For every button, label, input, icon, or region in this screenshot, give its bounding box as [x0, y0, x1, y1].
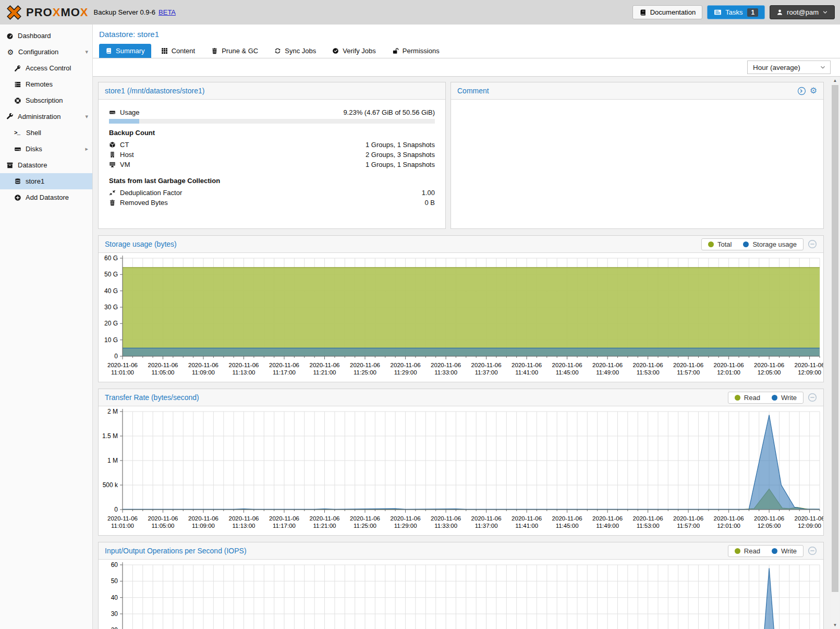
svg-text:50: 50 — [111, 577, 118, 585]
svg-text:2020-11-06: 2020-11-06 — [673, 515, 703, 522]
svg-text:11:25:00: 11:25:00 — [354, 369, 376, 376]
plus-circle-icon — [14, 194, 21, 201]
legend-item-write[interactable]: Write — [772, 547, 797, 555]
proxmox-logo-icon — [5, 5, 23, 20]
svg-text:11:41:00: 11:41:00 — [515, 369, 538, 376]
chevron-right-circle-icon[interactable] — [797, 87, 806, 95]
tab-sync-jobs[interactable]: Sync Jobs — [268, 44, 322, 58]
svg-text:12:09:00: 12:09:00 — [798, 523, 821, 529]
sidebar-item-administration[interactable]: Administration ▾ — [0, 108, 92, 125]
svg-text:30 G: 30 G — [104, 304, 118, 311]
scroll-up-arrow[interactable]: ▲ — [831, 77, 839, 84]
sidebar-item-configuration[interactable]: ⚙ Configuration ▾ — [0, 44, 92, 60]
terminal-icon: >_ — [14, 130, 22, 136]
sidebar-item-dashboard[interactable]: Dashboard — [0, 28, 92, 44]
wrench-icon — [6, 113, 14, 120]
sidebar-item-subscription[interactable]: Subscription — [0, 92, 92, 108]
top-header: PROXMOX Backup Server 0.9-6 BETA Documen… — [0, 0, 840, 25]
svg-text:11:05:00: 11:05:00 — [152, 523, 175, 529]
gears-icon: ⚙ — [6, 49, 15, 56]
collapse-icon[interactable]: ▾ — [85, 113, 88, 120]
comment-panel: Comment ⚙ — [451, 82, 824, 229]
backup-count-row-host: Host 2 Groups, 3 Snapshots — [109, 150, 435, 160]
archive-box-icon — [6, 162, 14, 169]
svg-text:2020-11-06: 2020-11-06 — [431, 362, 461, 368]
beta-link[interactable]: BETA — [159, 8, 176, 16]
svg-text:2020-11-06: 2020-11-06 — [795, 362, 823, 368]
backup-count-heading: Backup Count — [109, 129, 435, 137]
unlock-icon — [392, 47, 399, 54]
page-title: Datastore: store1 — [99, 30, 159, 39]
minus-circle-icon[interactable] — [808, 393, 817, 402]
expand-icon[interactable]: ▸ — [85, 146, 88, 152]
vertical-scrollbar[interactable]: ▲ ▼ — [831, 77, 839, 629]
sidebar-item-remotes[interactable]: Remotes — [0, 76, 92, 92]
tab-permissions[interactable]: Permissions — [386, 44, 446, 58]
svg-text:500 k: 500 k — [103, 481, 118, 489]
chevron-down-icon — [822, 9, 828, 15]
svg-text:11:33:00: 11:33:00 — [434, 523, 457, 529]
svg-text:60: 60 — [111, 561, 118, 568]
collapse-icon[interactable]: ▾ — [85, 49, 88, 55]
scroll-down-arrow[interactable]: ▼ — [831, 621, 839, 629]
legend-item-read[interactable]: Read — [735, 394, 760, 402]
tab-summary[interactable]: Summary — [99, 44, 151, 58]
svg-text:11:01:00: 11:01:00 — [111, 523, 134, 529]
svg-text:20: 20 — [111, 626, 118, 629]
building-icon — [109, 151, 116, 158]
svg-text:20 G: 20 G — [104, 320, 118, 327]
svg-text:12:05:00: 12:05:00 — [758, 523, 781, 529]
proxmox-backup-app: PROXMOX Backup Server 0.9-6 BETA Documen… — [0, 0, 840, 629]
legend-item-write[interactable]: Write — [772, 394, 797, 402]
sidebar-item-access-control[interactable]: Access Control — [0, 60, 92, 76]
svg-text:11:53:00: 11:53:00 — [637, 369, 660, 376]
sidebar-item-shell[interactable]: >_ Shell — [0, 125, 92, 141]
legend-dot — [772, 548, 777, 554]
panel-title: store1 (/mnt/datastores/store1) — [105, 87, 204, 95]
documentation-button[interactable]: Documentation — [632, 5, 702, 19]
svg-text:0: 0 — [114, 506, 118, 513]
svg-text:11:37:00: 11:37:00 — [475, 369, 498, 376]
tab-verify-jobs[interactable]: Verify Jobs — [326, 44, 382, 58]
book-icon — [105, 47, 112, 54]
legend-dot — [708, 241, 714, 247]
legend-item-total[interactable]: Total — [708, 240, 732, 248]
time-range-select[interactable]: Hour (average) — [747, 61, 831, 74]
minus-circle-icon[interactable] — [808, 239, 817, 249]
panel-header: Comment ⚙ — [451, 82, 823, 100]
sidebar-item-store1[interactable]: store1 — [0, 173, 92, 189]
svg-text:11:21:00: 11:21:00 — [313, 523, 336, 529]
sidebar-item-disks[interactable]: Disks ▸ — [0, 141, 92, 157]
gear-icon[interactable]: ⚙ — [810, 87, 817, 95]
svg-text:2020-11-06: 2020-11-06 — [269, 362, 299, 368]
svg-text:2020-11-06: 2020-11-06 — [512, 362, 542, 368]
product-name: Backup Server 0.9-6 — [94, 8, 156, 16]
sync-icon — [274, 47, 281, 54]
iops-chart-panel: Input/Output Operations per Second (IOPS… — [98, 542, 824, 629]
scrollbar-thumb[interactable] — [832, 85, 838, 592]
svg-text:11:57:00: 11:57:00 — [677, 523, 700, 529]
svg-text:2020-11-06: 2020-11-06 — [592, 362, 623, 368]
sidebar-item-add-datastore[interactable]: Add Datastore — [0, 189, 92, 205]
cube-icon — [109, 141, 116, 148]
user-menu-button[interactable]: root@pam — [770, 5, 835, 19]
grid-icon — [161, 47, 168, 54]
svg-text:2020-11-06: 2020-11-06 — [471, 362, 502, 368]
svg-text:2020-11-06: 2020-11-06 — [148, 362, 178, 368]
legend-dot — [743, 241, 749, 247]
panel-title: Comment — [457, 87, 489, 95]
tab-prune-gc[interactable]: Prune & GC — [205, 44, 264, 58]
minus-circle-icon[interactable] — [808, 546, 817, 555]
comment-value — [451, 100, 823, 228]
tasks-list-icon — [714, 8, 722, 16]
svg-text:2020-11-06: 2020-11-06 — [269, 515, 299, 522]
sidebar-item-datastore[interactable]: Datastore — [0, 157, 92, 173]
legend-item-read[interactable]: Read — [735, 547, 760, 555]
svg-text:11:29:00: 11:29:00 — [394, 523, 417, 529]
tab-content[interactable]: Content — [155, 44, 202, 58]
tasks-button[interactable]: Tasks 1 — [707, 5, 765, 19]
svg-text:11:13:00: 11:13:00 — [233, 523, 255, 529]
legend-item-storage-usage[interactable]: Storage usage — [743, 240, 797, 248]
svg-text:2020-11-06: 2020-11-06 — [188, 515, 218, 522]
usage-value: 9.23% (4.67 GiB of 50.56 GiB) — [343, 108, 435, 116]
